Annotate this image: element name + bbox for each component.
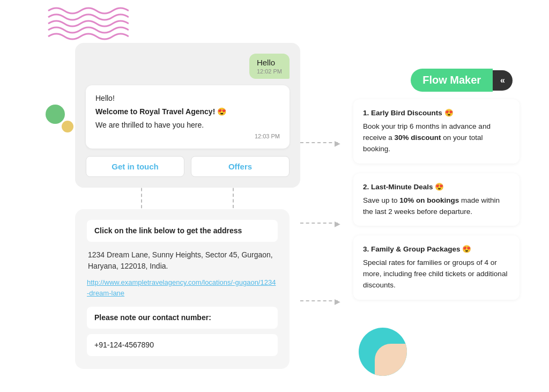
- subtext: We are thrilled to have you here.: [95, 120, 280, 131]
- offer-2-text: Save up to 10% on bookings made within t…: [363, 195, 510, 218]
- incoming-bubble: Hello! Welcome to Royal Travel Agency! 😍…: [86, 85, 290, 149]
- offer-3-title: 3. Family & Group Packages 😍: [363, 244, 510, 255]
- offers-button[interactable]: Offers: [191, 156, 290, 177]
- connector-h-offer3: [300, 300, 338, 301]
- get-in-touch-button[interactable]: Get in touch: [86, 156, 184, 177]
- circle-yellow: [62, 121, 73, 132]
- chat-buttons-row: Get in touch Offers: [86, 156, 290, 177]
- flow-maker-label: Flow Maker: [411, 69, 493, 92]
- outgoing-bubble: Hello 12:02 PM: [249, 54, 290, 79]
- contact-header: Please note our contact number:: [87, 307, 278, 329]
- circle-teal-decoration: [359, 328, 407, 376]
- offer-card-3: 3. Family & Group Packages 😍 Special rat…: [353, 235, 520, 300]
- flow-maker-arrow-icon: «: [493, 70, 513, 91]
- chat-window: Hello 12:02 PM Hello! Welcome to Royal T…: [75, 43, 300, 188]
- offer-2-title: 2. Last-Minute Deals 😍: [363, 182, 510, 193]
- page-container: Flow Maker « Hello 12:02 PM Hello! Welco…: [0, 0, 549, 392]
- wavy-decoration: [43, 5, 129, 48]
- address-link[interactable]: http://www.exampletravelagency.com/locat…: [87, 277, 278, 298]
- greeting-text: Hello!: [95, 93, 280, 104]
- outgoing-text: Hello: [257, 58, 275, 67]
- address-header: Click on the link below to get the addre…: [87, 220, 278, 242]
- outgoing-message: Hello 12:02 PM: [86, 54, 290, 79]
- arrow-tip-1: ▶: [335, 139, 340, 147]
- offers-panel: 1. Early Bird Discounts 😍 Book your trip…: [353, 99, 520, 309]
- address-text: 1234 Dream Lane, Sunny Heights, Sector 4…: [87, 249, 278, 272]
- offer-card-1: 1. Early Bird Discounts 😍 Book your trip…: [353, 99, 520, 164]
- address-card: Click on the link below to get the addre…: [75, 209, 290, 369]
- offer-3-text: Special rates for families or groups of …: [363, 257, 510, 291]
- incoming-time: 12:03 PM: [95, 132, 280, 141]
- arrow-tip-2: ▶: [335, 219, 340, 228]
- offer-1-title: 1. Early Bird Discounts 😍: [363, 108, 510, 119]
- flow-maker-button[interactable]: Flow Maker «: [411, 69, 513, 92]
- connector-h-offer2: [300, 223, 338, 224]
- offer-2-bold: 10% on bookings: [399, 196, 459, 204]
- welcome-text: Welcome to Royal Travel Agency! 😍: [95, 106, 280, 117]
- contact-number: +91-124-4567890: [87, 334, 278, 356]
- arrow-tip-3: ▶: [335, 297, 340, 306]
- connector-h-offer1: [300, 142, 338, 143]
- outgoing-time: 12:02 PM: [257, 68, 282, 75]
- offer-1-text: Book your trip 6 months in advance and r…: [363, 121, 510, 155]
- circle-green: [46, 105, 65, 124]
- offer-1-bold: 30% discount: [395, 134, 441, 142]
- circle-teal-inner: [375, 344, 407, 376]
- offer-card-2: 2. Last-Minute Deals 😍 Save up to 10% on…: [353, 173, 520, 226]
